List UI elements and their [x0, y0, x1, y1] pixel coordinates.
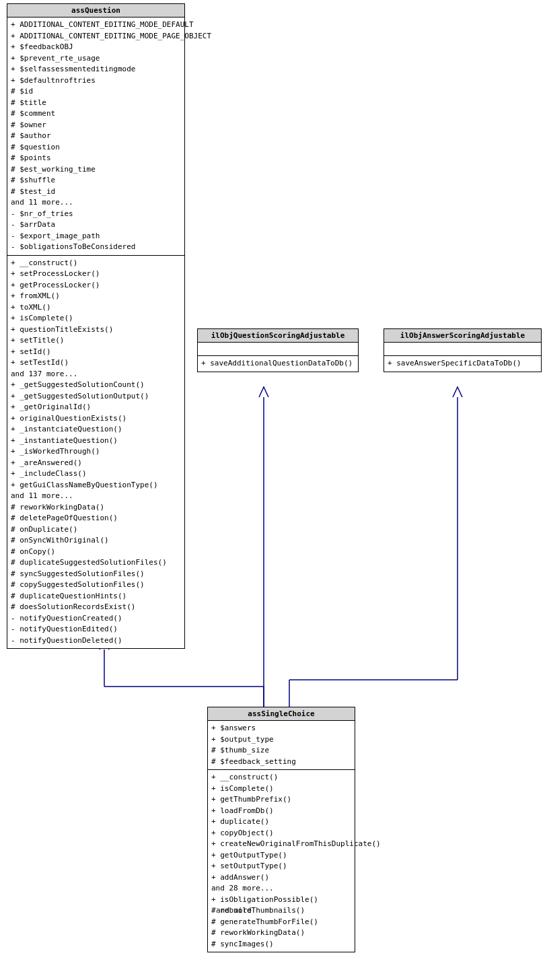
method-28: # duplicateSuggestedSolutionFiles() [11, 557, 181, 569]
prop-17: and 11 more... [11, 197, 181, 209]
method-20: + _includeClass() [11, 468, 181, 480]
method-33: - notifyQuestionCreated() [11, 613, 181, 625]
il-obj-question-scoring-box: ilObjQuestionScoringAdjustable + saveAdd… [197, 328, 359, 372]
method-12: + _getSuggestedSolutionCount() [11, 380, 181, 391]
prop-8: # $title [11, 98, 181, 109]
method-26: # onSyncWithOriginal() [11, 535, 181, 547]
prop-16: # $test_id [11, 186, 181, 198]
method-24: # deletePageOfQuestion() [11, 513, 181, 524]
method-25: # onDuplicate() [11, 524, 181, 536]
method-23: # reworkWorkingData() [11, 502, 181, 514]
sc-method-2: + isComplete() [211, 783, 351, 795]
sc-method-6: + copyObject() [211, 828, 351, 839]
prop-12: # $question [11, 142, 181, 153]
ass-single-choice-title: assSingleChoice [208, 707, 355, 721]
method-19: + _areAnswered() [11, 458, 181, 469]
prop-11: # $author [11, 131, 181, 142]
ass-single-choice-methods: + __construct() + isComplete() + getThum… [208, 770, 355, 952]
method-29: # syncSuggestedSolutionFiles() [11, 569, 181, 580]
method-27: # onCopy() [11, 547, 181, 558]
prop-2: + ADDITIONAL_CONTENT_EDITING_MODE_PAGE_O… [11, 31, 181, 42]
sc-method-11: and 28 more... [211, 883, 351, 895]
ass-single-choice-properties: + $answers + $output_type # $thumb_size … [208, 721, 355, 770]
method-32: # doesSolutionRecordsExist() [11, 602, 181, 613]
method-8: + setTitle() [11, 335, 181, 347]
sc-method-8: + getOutputType() [211, 850, 351, 862]
prop-14: # $est_working_time [11, 164, 181, 176]
method-14: + _getOriginalId() [11, 402, 181, 413]
prop-6: + $defaultnroftries [11, 75, 181, 87]
prop-1: + ADDITIONAL_CONTENT_EDITING_MODE_DEFAUL… [11, 20, 181, 31]
as-method-1: + saveAnswerSpecificDataToDb() [388, 358, 538, 370]
sc-method-7: + createNewOriginalFromThisDuplicate() [211, 839, 351, 850]
sc-method-1: + __construct() [211, 772, 351, 783]
sc-method-15: # reworkWorkingData() [211, 928, 351, 939]
prop-20: - $export_image_path [11, 231, 181, 242]
method-30: # copySuggestedSolutionFiles() [11, 580, 181, 591]
prop-15: # $shuffle [11, 175, 181, 186]
method-21: + getGuiClassNameByQuestionType() [11, 480, 181, 491]
diagram-container: assQuestion + ADDITIONAL_CONTENT_EDITING… [0, 0, 547, 980]
prop-9: # $comment [11, 108, 181, 120]
il-obj-question-scoring-methods: + saveAdditionalQuestionDataToDb() [198, 356, 358, 372]
sc-method-9: + setOutputType() [211, 861, 351, 872]
method-13: + _getSuggestedSolutionOutput() [11, 391, 181, 403]
sc-prop-3: # $thumb_size [211, 745, 351, 757]
prop-4: + $prevent_rte_usage [11, 53, 181, 65]
method-9: + setId() [11, 347, 181, 358]
il-obj-answer-scoring-methods: + saveAnswerSpecificDataToDb() [384, 356, 541, 372]
prop-21: - $obligationsToBeConsidered [11, 242, 181, 253]
method-7: + questionTitleExists() [11, 324, 181, 336]
ass-question-properties: + ADDITIONAL_CONTENT_EDITING_MODE_DEFAUL… [7, 18, 184, 256]
method-17: + _instantiateQuestion() [11, 435, 181, 447]
prop-19: - $arrData [11, 219, 181, 231]
ass-question-box: assQuestion + ADDITIONAL_CONTENT_EDITING… [7, 3, 185, 649]
method-18: + _isWorkedThrough() [11, 446, 181, 458]
method-1: + __construct() [11, 258, 181, 269]
sc-prop-1: + $answers [211, 723, 351, 734]
prop-13: # $points [11, 153, 181, 164]
ass-single-choice-box: assSingleChoice + $answers + $output_typ… [207, 707, 355, 952]
il-obj-question-scoring-title: ilObjQuestionScoringAdjustable [198, 329, 358, 343]
il-obj-answer-scoring-properties [384, 343, 541, 356]
sc-prop-2: + $output_type [211, 734, 351, 746]
sc-method-4: + loadFromDb() [211, 806, 351, 817]
method-22: and 11 more... [11, 491, 181, 502]
il-obj-answer-scoring-title: ilObjAnswerScoringAdjustable [384, 329, 541, 343]
and-more-label: and more [216, 906, 252, 915]
method-35: - notifyQuestionDeleted() [11, 635, 181, 647]
method-31: # duplicateQuestionHints() [11, 591, 181, 602]
method-11: and 137 more... [11, 369, 181, 380]
method-4: + fromXML() [11, 291, 181, 302]
il-obj-question-scoring-properties [198, 343, 358, 356]
method-34: - notifyQuestionEdited() [11, 624, 181, 635]
prop-5: + $selfassessmenteditingmode [11, 64, 181, 75]
prop-3: + $feedbackOBJ [11, 42, 181, 53]
method-5: + toXML() [11, 302, 181, 314]
sc-method-10: + addAnswer() [211, 872, 351, 884]
sc-prop-4: # $feedback_setting [211, 757, 351, 768]
method-16: + _instantciateQuestion() [11, 424, 181, 435]
method-10: + setTestId() [11, 357, 181, 369]
prop-7: # $id [11, 86, 181, 98]
sc-method-5: + duplicate() [211, 816, 351, 828]
ass-question-methods: + __construct() + setProcessLocker() + g… [7, 256, 184, 649]
sc-method-14: # generateThumbForFile() [211, 917, 351, 928]
ass-question-title: assQuestion [7, 4, 184, 18]
method-2: + setProcessLocker() [11, 269, 181, 280]
prop-10: # $owner [11, 120, 181, 131]
prop-18: - $nr_of_tries [11, 209, 181, 220]
sc-method-16: # syncImages() [211, 939, 351, 950]
il-obj-answer-scoring-box: ilObjAnswerScoringAdjustable + saveAnswe… [384, 328, 542, 372]
method-6: + isComplete() [11, 313, 181, 324]
qs-method-1: + saveAdditionalQuestionDataToDb() [201, 358, 355, 370]
sc-method-12: + isObligationPossible() [211, 895, 351, 906]
sc-method-3: + getThumbPrefix() [211, 794, 351, 806]
method-15: + originalQuestionExists() [11, 413, 181, 425]
method-3: + getProcessLocker() [11, 280, 181, 291]
